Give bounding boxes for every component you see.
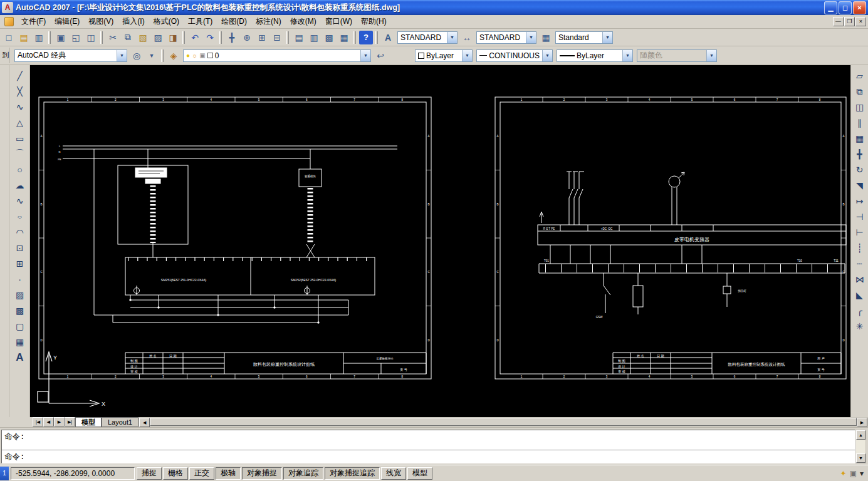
construction-line-icon[interactable]: ╳ [13,84,28,99]
command-box[interactable]: 命令: 命令: [1,430,855,463]
dim-style-icon[interactable] [460,31,474,44]
previous-tab-button[interactable] [43,417,54,427]
chamfer-icon[interactable]: ◣ [852,287,867,303]
extend-icon[interactable]: ⊢ [852,225,867,240]
menu-draw[interactable]: 绘图(D) [217,15,251,28]
mdi-minimize-button[interactable]: — [833,17,844,26]
menu-file[interactable]: 文件(F) [17,15,50,28]
table-style-icon[interactable] [539,31,553,44]
paste-icon[interactable]: ▧ [136,31,150,44]
last-tab-button[interactable] [65,417,75,427]
arc-icon[interactable]: ⌒ [13,147,28,162]
status-toggle-snap[interactable]: 捕捉 [137,467,162,480]
spline-icon[interactable]: ∿ [13,194,28,209]
chevron-down-icon[interactable]: ▼ [447,32,457,43]
close-button[interactable]: × [853,1,866,14]
plot-icon[interactable]: ▣ [54,31,68,44]
coordinates-readout[interactable]: -525.5944, -286.2099, 0.0000 [11,467,135,480]
status-toggle-polar[interactable]: 极轴 [216,467,241,480]
join-icon[interactable]: ⋈ [852,272,867,287]
menu-edit[interactable]: 编辑(E) [50,15,84,28]
circle-icon[interactable]: ○ [13,162,28,177]
region-icon[interactable]: ▢ [13,319,28,334]
gradient-icon[interactable]: ▩ [13,303,28,318]
menu-help[interactable]: 帮助(H) [357,15,391,28]
restore-button[interactable]: ◻ [839,1,852,14]
status-toggle-osnap[interactable]: 对象捕捉 [242,467,282,480]
chevron-down-icon[interactable]: ▼ [542,50,552,61]
status-toggle-osnap-track[interactable]: 对象捕捉追踪 [325,467,380,480]
command-scrollbar[interactable] [855,430,866,463]
table-icon[interactable]: ▦ [13,334,28,349]
cut-icon[interactable]: ✂ [106,31,120,44]
scroll-down-button[interactable] [856,453,865,463]
break-icon[interactable]: ┄ [852,256,867,271]
menu-insert[interactable]: 插入(I) [118,15,149,28]
undo-icon[interactable]: ↶ [188,31,202,44]
dim-style-combo[interactable]: STANDARD ▼ [476,31,536,44]
tab-model[interactable]: 模型 [75,417,102,427]
point-icon[interactable]: · [13,272,28,287]
command-input-line[interactable]: 命令: [2,450,855,463]
layer-combo[interactable]: ● ☼ ▣ 0 ▼ [183,49,371,62]
trim-icon[interactable]: ⊣ [852,209,867,224]
scroll-up-button[interactable] [856,430,865,440]
chevron-down-icon[interactable]: ▼ [360,50,370,61]
layer-previous-icon[interactable] [374,49,387,63]
qnew-icon[interactable]: □ [2,31,16,44]
status-toggle-otrack[interactable]: 对象追踪 [283,467,323,480]
scroll-track[interactable] [856,440,865,453]
open-icon[interactable]: ▤ [17,31,31,44]
status-toggle-model-space[interactable]: 模型 [407,467,432,480]
scale-icon[interactable]: ◥ [852,178,867,193]
table-style-combo[interactable]: Standard ▼ [555,31,613,44]
plot-preview-icon[interactable]: ◱ [69,31,83,44]
lineweight-combo[interactable]: ByLayer ▼ [557,49,633,62]
zoom-previous-icon[interactable]: ⊟ [270,31,284,44]
linetype-combo[interactable]: CONTINUOUS ▼ [476,49,553,62]
array-icon[interactable]: ▦ [852,131,867,146]
mdi-close-button[interactable]: × [855,17,866,26]
zoom-window-icon[interactable]: ⊞ [255,31,269,44]
publish-icon[interactable]: ◫ [84,31,98,44]
break-at-point-icon[interactable]: ┊ [852,240,867,256]
communication-center-icon[interactable] [840,469,847,478]
next-tab-button[interactable] [54,417,65,427]
save-icon[interactable]: ▥ [32,31,46,44]
chevron-down-icon[interactable]: ▼ [526,32,536,43]
workspace-combo[interactable]: AutoCAD 经典 ▼ [14,49,127,62]
menu-format[interactable]: 格式(O) [149,15,184,28]
horizontal-scroll-thumb[interactable] [150,418,857,426]
line-icon[interactable]: ╱ [13,68,28,83]
fillet-icon[interactable]: ╭ [852,303,867,318]
tab-layout1[interactable]: Layout1 [102,417,139,427]
menu-tools[interactable]: 工具(T) [184,15,217,28]
offset-icon[interactable]: ∥ [852,115,867,130]
horizontal-scrollbar[interactable] [139,417,868,427]
workspace-settings-icon[interactable] [130,49,144,63]
insert-block-icon[interactable]: ⊡ [13,240,28,256]
tool-palettes-icon[interactable]: ▥ [307,31,321,44]
make-block-icon[interactable]: ⊞ [13,256,28,271]
text-style-combo[interactable]: STANDARD ▼ [397,31,458,44]
first-tab-button[interactable] [33,417,43,427]
rectangle-icon[interactable]: ▭ [13,131,28,146]
color-combo[interactable]: ByLayer ▼ [415,49,473,62]
mdi-restore-button[interactable]: ❐ [844,17,855,26]
chevron-down-icon[interactable]: ▼ [117,50,127,61]
text-style-icon[interactable] [381,31,395,44]
menu-dimension[interactable]: 标注(N) [251,15,286,28]
menu-window[interactable]: 窗口(W) [321,15,357,28]
polyline-icon[interactable]: ∿ [13,100,28,115]
mirror-icon[interactable]: ◫ [852,100,867,115]
layer-unlock-icon[interactable]: ▣ [199,53,205,59]
layer-properties-manager-icon[interactable] [167,49,180,63]
revision-cloud-icon[interactable]: ☁ [13,178,28,193]
qcalc-icon[interactable]: ▦ [337,31,351,44]
scroll-left-button[interactable] [139,418,150,427]
chevron-down-icon[interactable]: ▼ [462,50,472,61]
toolbar-lock-icon[interactable] [850,469,857,478]
stretch-icon[interactable]: ↦ [852,194,867,209]
chevron-down-icon[interactable]: ▼ [622,50,632,61]
hatch-icon[interactable]: ▨ [13,287,28,303]
